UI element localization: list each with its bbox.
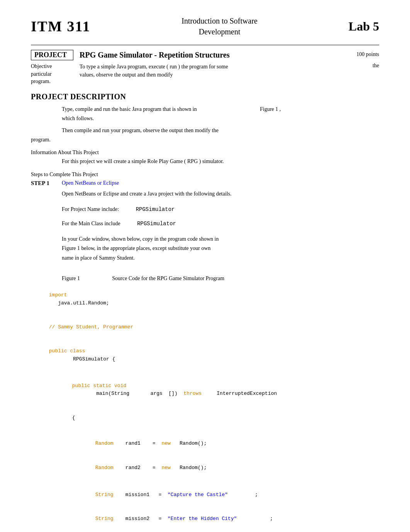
in-your-line3: name in place of Sammy Student.	[62, 254, 379, 262]
comment-line: // Sammy Student, Programmer	[31, 315, 379, 339]
step1-link[interactable]: Open NetBeans or Eclipse	[62, 180, 119, 186]
para1b: which follows.	[62, 114, 379, 123]
lab-number: Lab 5	[349, 19, 379, 34]
figure-label: Figure 1 Source Code for the RPG Game Si…	[31, 275, 379, 282]
step1-content: Open NetBeans or Eclipse	[62, 180, 379, 186]
mission1-line: String mission1 = "Capture the Castle" ;	[31, 483, 379, 507]
step1-detail-line: Open NetBeans or Eclipse and create a Ja…	[62, 190, 379, 198]
rand1-line: Random rand1 = new Random();	[31, 432, 379, 456]
para2b: program.	[31, 136, 379, 144]
info-text: For this project we will create a simple…	[62, 157, 379, 166]
info-header: Information About This Project	[31, 150, 379, 156]
rand2-line: Random rand2 = new Random();	[31, 456, 379, 480]
for-project-line: For Project Name include: RPGSimulator	[62, 205, 379, 214]
step1-label: STEP 1	[31, 180, 62, 187]
steps-header: Steps to Complete This Project	[31, 172, 379, 178]
project-label: PROJECT	[31, 50, 73, 60]
in-your-line2: Figure 1 below, in the appropriate place…	[62, 244, 379, 253]
project-points: 100 points	[356, 50, 379, 58]
mission2-line: String mission2 = "Enter the Hidden City…	[31, 507, 379, 531]
para1: Type, compile and run the basic Java pro…	[62, 105, 379, 114]
objective-label: Objective particular program.	[31, 63, 73, 85]
project-title: RPG Game Simulator - Repetition Structur…	[80, 50, 356, 59]
code-block: import java.util.Random; // Sammy Studen…	[31, 283, 379, 532]
for-main-line: For the Main Class include RPGSimulator	[62, 219, 379, 228]
course-title: Introduction to Software Development	[181, 15, 258, 37]
method-brace-open: {	[31, 406, 379, 430]
import-line: import java.util.Random;	[31, 283, 379, 315]
course-code: ITM 311	[31, 18, 90, 35]
para2: Then compile and run your program, obser…	[62, 126, 379, 135]
objective-row: Objective particular program. To type a …	[31, 63, 379, 85]
project-row: PROJECT RPG Game Simulator - Repetition …	[31, 50, 379, 60]
in-your-line1: In your Code window, shown below, copy i…	[62, 235, 379, 243]
page-header: ITM 311 Introduction to Software Develop…	[31, 15, 379, 37]
class-line: public class RPGSimulator {	[31, 340, 379, 372]
page: ITM 311 Introduction to Software Develop…	[0, 0, 410, 532]
header-divider	[31, 45, 379, 45]
step1-detail: Open NetBeans or Eclipse and create a Ja…	[62, 190, 379, 262]
section-project-desc: PROJECT DESCRIPTION	[31, 92, 379, 101]
objective-text: To type a simple Java program, execute (…	[80, 63, 369, 79]
method-sig: public static void main(String args []) …	[31, 374, 379, 406]
objective-the: the	[369, 63, 379, 69]
step1-row: STEP 1 Open NetBeans or Eclipse	[31, 180, 379, 187]
